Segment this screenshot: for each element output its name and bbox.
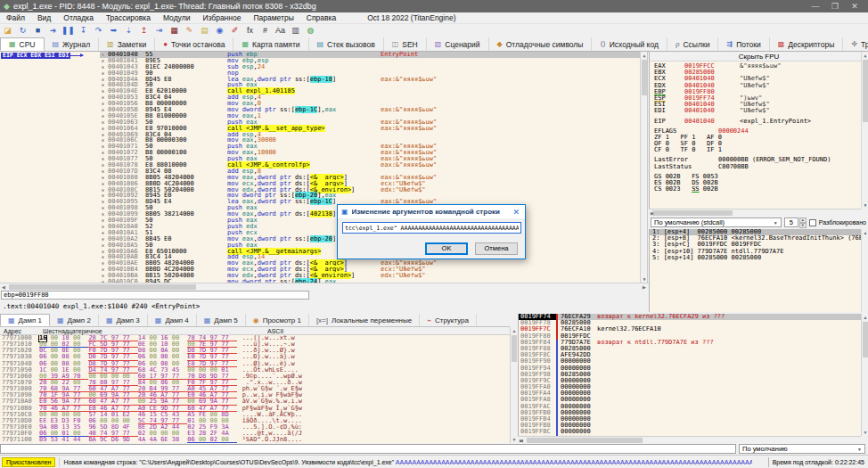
scroll-down-icon[interactable]: ▼ — [511, 436, 518, 443]
calculator-icon[interactable]: ▥ — [288, 24, 303, 37]
tab-log[interactable]: ▤Журнал — [45, 37, 100, 51]
unlock-checkbox[interactable] — [809, 219, 816, 226]
disasm-row[interactable]: 00401056B8 00000000mov eax,0 — [100, 101, 640, 107]
scroll-up-icon[interactable]: ▲ — [862, 229, 868, 236]
eraser-icon[interactable]: ✐ — [227, 24, 242, 37]
register-row[interactable]: CS 0023 SS 002B — [654, 186, 859, 193]
tab-source[interactable]: ⟨⟩Исходный код — [592, 37, 667, 51]
breakpoint-dot-icon[interactable] — [100, 52, 108, 58]
open-file-icon[interactable]: ◪ — [0, 24, 15, 37]
breakpoint-dot-icon[interactable] — [100, 156, 108, 162]
arguments-vscrollbar[interactable]: ▲ — [861, 229, 868, 312]
menu-item-4[interactable]: Модули — [157, 13, 196, 22]
tab-breakpoints[interactable]: ●Точки останова — [155, 37, 233, 51]
close-button[interactable]: ✕ — [845, 2, 864, 11]
scroll-right-icon[interactable]: ▶ — [641, 283, 648, 291]
disasm-row[interactable]: 00401064E8 97010000call <JMP.&__set_app_… — [100, 126, 640, 132]
scroll-thumb[interactable] — [512, 335, 517, 362]
disasm-row[interactable]: 0040104A8D45 E8lea eax,dword ptr ss:[ebp… — [100, 77, 640, 83]
disassembly-vscrollbar[interactable]: ▲ ▼ — [640, 52, 647, 283]
breakpoint-dot-icon[interactable] — [100, 150, 108, 156]
fx-icon[interactable]: fx — [242, 24, 258, 37]
tab-watch-1[interactable]: ◉Просмотр 1 — [246, 314, 309, 326]
cancel-button[interactable]: Отмена — [475, 242, 518, 255]
menu-item-0[interactable]: Файл — [0, 13, 31, 22]
stack-hscrollbar[interactable]: ◀ ▶ — [518, 436, 861, 443]
scroll-down-icon[interactable]: ▼ — [862, 201, 868, 209]
breakpoint-dot-icon[interactable] — [100, 230, 108, 236]
spinner-buttons[interactable]: ▲▼ — [799, 218, 807, 227]
hash-icon[interactable]: # — [258, 24, 273, 37]
restart-icon[interactable]: ↻ — [15, 24, 30, 37]
stack-vscrollbar[interactable]: ▲ ▼ — [861, 314, 868, 436]
tab-dump-2[interactable]: ▦Дамп 2 — [50, 314, 99, 326]
breakpoint-dot-icon[interactable] — [100, 144, 108, 150]
breakpoint-dot-icon[interactable] — [100, 82, 108, 88]
breakpoint-dot-icon[interactable] — [100, 94, 108, 101]
font-icon[interactable]: Aa — [273, 24, 288, 37]
breakpoint-dot-icon[interactable] — [100, 101, 108, 107]
tab-dump-1[interactable]: ▦Дамп 1 — [0, 314, 50, 326]
stack-pane[interactable]: 0019FF7476ECFA29возврат к kernel32.76ECF… — [518, 314, 861, 436]
run-to-user-code-icon[interactable]: ⇣ — [121, 24, 136, 37]
step-over-icon[interactable]: ↷ — [91, 24, 106, 37]
dialog-close-icon[interactable]: ✕ — [511, 208, 521, 217]
disasm-row[interactable]: 0040105EB8 01000000mov eax,1 — [100, 113, 640, 119]
menu-item-5[interactable]: Избранное — [196, 13, 247, 22]
disassembly-hscrollbar[interactable]: ◀ ▶ — [0, 283, 649, 290]
argument-row[interactable]: 5: [esp+14] 00285000 00285000 — [650, 255, 861, 261]
scroll-up-icon[interactable]: ▲ — [862, 52, 868, 59]
scroll-up-icon[interactable]: ▲ — [511, 327, 518, 334]
breakpoint-dot-icon[interactable] — [100, 242, 108, 249]
arg-count-spinner[interactable]: 5 — [784, 218, 798, 227]
scroll-thumb[interactable] — [9, 284, 196, 290]
hide-fpu-button[interactable]: Скрыть FPU — [650, 52, 868, 62]
command-input[interactable] — [0, 444, 736, 454]
breakpoint-dot-icon[interactable] — [100, 113, 108, 119]
breakpoint-dot-icon[interactable] — [100, 132, 108, 138]
registers-vscrollbar[interactable]: ▲ ▼ — [861, 52, 868, 209]
tab-call-stack[interactable]: ▤Стек вызовов — [309, 37, 384, 51]
scroll-up-icon[interactable]: ▲ — [641, 52, 648, 59]
scroll-down-icon[interactable]: ▼ — [641, 275, 648, 283]
breakpoint-dot-icon[interactable] — [100, 249, 108, 255]
register-row[interactable]: CF 0 TF 0 IF 1 — [654, 147, 859, 153]
maximize-button[interactable]: ❐ — [825, 2, 845, 11]
tab-memory-map[interactable]: ▦Карта памяти — [233, 37, 308, 51]
disasm-row[interactable]: 0040104EE8 62010000call expl_1.401185 — [100, 88, 640, 94]
disasm-row[interactable]: 00401072B8 00000100mov eax,10000eax:&"яя… — [100, 150, 640, 156]
breakpoint-dot-icon[interactable] — [100, 205, 108, 211]
scroll-down-icon[interactable]: ▼ — [862, 429, 868, 436]
scroll-up-icon[interactable]: ▲ — [862, 314, 868, 321]
tab-script[interactable]: ▧Сценарий — [427, 37, 489, 51]
tab-struct[interactable]: ⌁Структура — [420, 314, 477, 326]
memory-window-icon[interactable]: ▦ — [167, 24, 182, 37]
disassembly-pane[interactable]: EIP ECX EDX ESI EDI 0040104055push ebpEn… — [0, 52, 648, 283]
pause-icon[interactable]: ❚❚ — [61, 24, 76, 37]
minimize-button[interactable]: — — [806, 2, 825, 11]
breakpoint-dot-icon[interactable] — [100, 107, 108, 113]
disasm-row[interactable]: 004010BA8B15 50204000mov edx,dword ptr d… — [100, 273, 640, 279]
breakpoint-dot-icon[interactable] — [100, 273, 108, 279]
breakpoint-dot-icon[interactable] — [100, 193, 108, 199]
disasm-row[interactable]: 0040104990nop — [100, 70, 640, 77]
menu-item-2[interactable]: Отладка — [57, 13, 100, 22]
breakpoint-dot-icon[interactable] — [100, 236, 108, 242]
dump-vscrollbar[interactable]: ▲ ▼ — [510, 327, 517, 443]
tab-locals[interactable]: [x=]Локальные переменные — [309, 314, 420, 326]
edit-patch-icon[interactable]: ✎ — [182, 24, 197, 37]
breakpoint-dot-icon[interactable] — [100, 119, 108, 126]
registers-hscrollbar[interactable]: ▶ — [649, 209, 861, 216]
ok-button[interactable]: OK — [425, 242, 468, 255]
registers-pane[interactable]: Скрыть FPU EAX0019FFCC&"яяяя$ьuw"EBX0028… — [649, 52, 868, 209]
register-row[interactable]: EDI00401040"UЉеfw$" — [654, 108, 859, 114]
breakpoint-dot-icon[interactable] — [100, 77, 108, 83]
breakpoint-dot-icon[interactable] — [100, 58, 108, 64]
disasm-row[interactable]: 0040106CB8 00000300mov eax,30000 — [100, 137, 640, 144]
scroll-thumb[interactable] — [863, 60, 868, 122]
breakpoint-dot-icon[interactable] — [100, 224, 108, 230]
breakpoint-dot-icon[interactable] — [100, 218, 108, 224]
breakpoint-dot-icon[interactable] — [100, 88, 108, 94]
menu-item-3[interactable]: Трассировка — [100, 13, 157, 22]
breakpoint-dot-icon[interactable] — [100, 211, 108, 218]
